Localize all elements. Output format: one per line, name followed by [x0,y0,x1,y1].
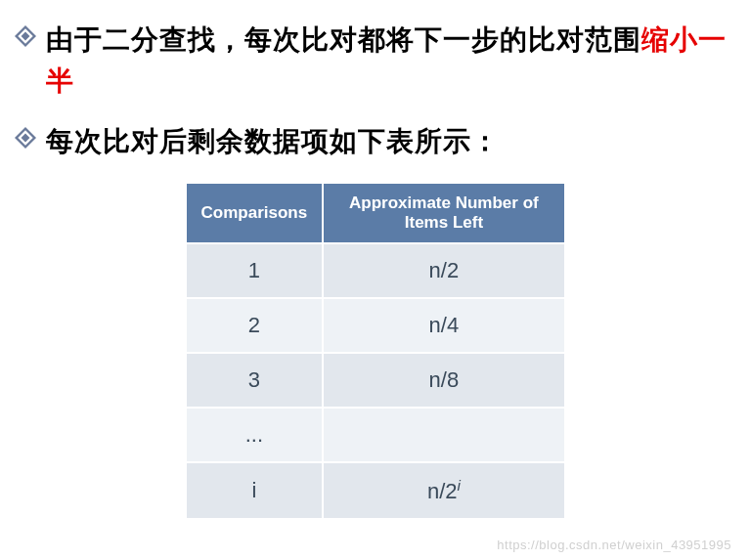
header-items-left: Approximate Number of Items Left [323,183,565,243]
table-row: 1 n/2 [186,243,565,298]
cell-comparisons: 2 [186,298,323,353]
diamond-bullet-icon [15,25,36,47]
bullet-1-text: 由于二分查找，每次比对都将下一步的比对范围缩小一半 [46,20,736,102]
cell-items-left: n/2i [323,462,565,519]
table-row: 2 n/4 [186,298,565,353]
table-header-row: Comparisons Approximate Number of Items … [186,183,565,243]
cell-items-left: n/2 [323,243,565,298]
header-comparisons: Comparisons [186,183,323,243]
cell-items-left: n/4 [323,298,565,353]
diamond-bullet-icon [15,127,36,149]
bullet-point-2: 每次比对后剩余数据项如下表所示： [15,121,736,162]
table-row: i n/2i [186,462,565,519]
cell-comparisons: 1 [186,243,323,298]
bullet-1-part1: 由于二分查找，每次比对都将下一步的比对范围 [46,24,641,55]
cell-items-left: n/8 [323,353,565,408]
cell-items-left [323,408,565,462]
comparison-table: Comparisons Approximate Number of Items … [185,182,566,520]
table-row: ... [186,408,565,462]
bullet-point-1: 由于二分查找，每次比对都将下一步的比对范围缩小一半 [15,20,736,102]
cell-comparisons: ... [186,408,323,462]
cell-comparisons: 3 [186,353,323,408]
table-container: Comparisons Approximate Number of Items … [15,182,736,520]
table-row: 3 n/8 [186,353,565,408]
cell-comparisons: i [186,462,323,519]
watermark: https://blog.csdn.net/weixin_43951995 [497,538,731,552]
bullet-2-text: 每次比对后剩余数据项如下表所示： [46,121,500,162]
